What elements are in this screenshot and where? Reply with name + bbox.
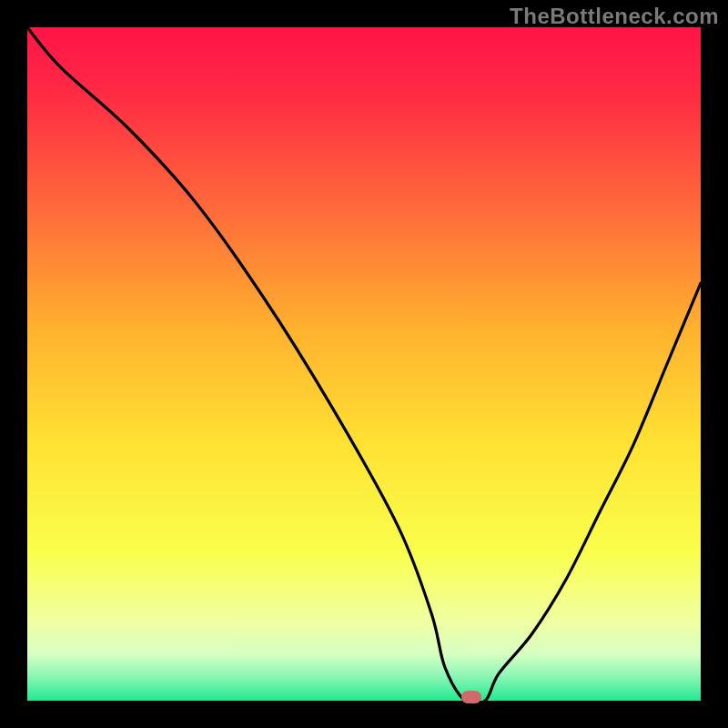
bottleneck-chart (27, 27, 701, 701)
attribution-label: TheBottleneck.com (510, 4, 719, 29)
chart-frame: TheBottleneck.com (0, 0, 728, 728)
optimal-point-marker (461, 691, 481, 703)
